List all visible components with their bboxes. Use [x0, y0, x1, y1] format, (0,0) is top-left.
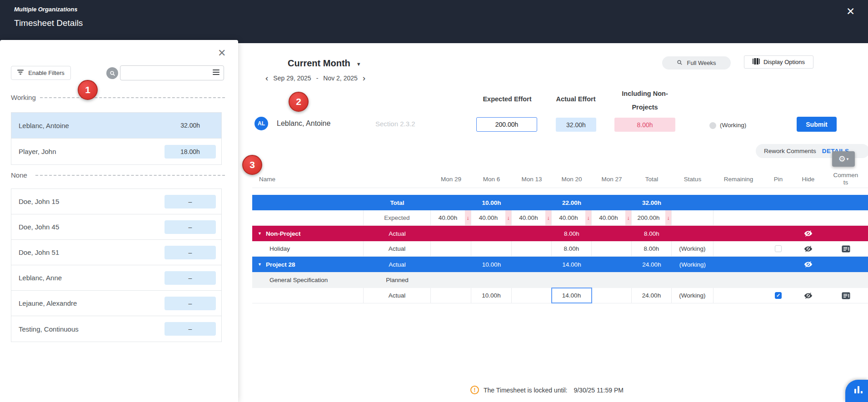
- non-project-category-row: ▼ Non-Project Actual 8.00h 8.00h: [252, 226, 868, 241]
- window-close-icon[interactable]: ✕: [846, 5, 855, 18]
- lock-message: The Timesheet is locked until:: [484, 387, 567, 394]
- bar-chart-icon: [854, 386, 863, 393]
- arrow-down-icon: ↓: [465, 210, 471, 225]
- person-row-lejaune-alexandre[interactable]: Lejaune, Alexandre –: [11, 291, 221, 316]
- actual-total: 24.00h: [632, 288, 672, 303]
- comment-icon[interactable]: [823, 288, 868, 303]
- expected-mon20: 40.00h: [552, 214, 585, 221]
- including-non-projects-header: Including Non-Projects: [611, 87, 679, 114]
- group-label-working: Working: [11, 94, 36, 101]
- panel-close-icon[interactable]: ✕: [218, 47, 226, 59]
- search-input[interactable]: [120, 65, 224, 80]
- person-hours-chip: –: [165, 297, 216, 310]
- general-specification-row: General Specification Planned: [252, 272, 868, 288]
- pin-checkbox[interactable]: [775, 245, 782, 252]
- person-row-doe-john-51[interactable]: Doe, John 51 –: [11, 240, 221, 265]
- row-type: Actual: [364, 288, 431, 303]
- filter-icon: [17, 69, 24, 76]
- person-name: Doe, John 15: [19, 198, 59, 205]
- row-type: Expected: [364, 210, 431, 225]
- rework-comments-label: Rework Comments: [764, 148, 816, 154]
- holiday-mon13[interactable]: [512, 241, 552, 256]
- search-icon[interactable]: [106, 67, 118, 79]
- comment-icon[interactable]: [823, 241, 868, 256]
- reports-fab[interactable]: [845, 380, 868, 402]
- pin-checkbox[interactable]: ✓: [775, 292, 782, 299]
- enable-filters-label: Enable Filters: [28, 69, 64, 76]
- person-row-leblanc-anne[interactable]: Leblanc, Anne –: [11, 265, 221, 291]
- person-row-leblanc-antoine[interactable]: Leblanc, Antoine 32.00h: [11, 113, 221, 139]
- chevron-down-icon: ▼: [356, 61, 361, 67]
- holiday-total: 8.00h: [632, 241, 672, 256]
- table-settings-button[interactable]: ⚙ ▾: [832, 151, 855, 167]
- person-name: Testing, Continuous: [19, 325, 79, 333]
- person-hours-chip: –: [165, 271, 216, 285]
- person-name: Leblanc, Antoine: [19, 122, 69, 129]
- total-total: 32.00h: [632, 195, 672, 210]
- next-period-icon[interactable]: ›: [363, 74, 365, 82]
- arrow-down-icon: ↓: [545, 210, 551, 225]
- project28-mon20: 14.00h: [552, 257, 592, 272]
- person-name: Leblanc, Anne: [19, 274, 62, 282]
- search-menu-icon[interactable]: [213, 69, 219, 76]
- category-name: Project 28: [266, 261, 295, 268]
- warning-icon: !: [470, 386, 479, 394]
- holiday-mon27[interactable]: [592, 241, 632, 256]
- person-hours: 32.00h: [180, 122, 200, 129]
- expected-effort-input[interactable]: 200.00h: [476, 117, 537, 132]
- display-options-label: Display Options: [763, 59, 805, 65]
- hide-row-icon[interactable]: [793, 241, 823, 256]
- period-label: Current Month: [288, 58, 350, 69]
- col-header-name: Name: [252, 170, 364, 188]
- person-name: Doe, John 51: [19, 248, 59, 256]
- person-row-testing-continuous[interactable]: Testing, Continuous –: [11, 316, 221, 342]
- col-header-mon13: Mon 13: [512, 170, 552, 188]
- group-label-none: None: [11, 171, 27, 179]
- expected-mon6: 40.00h: [471, 214, 505, 221]
- full-weeks-pill[interactable]: Full Weeks: [662, 56, 731, 69]
- person-hours-chip: –: [165, 220, 216, 234]
- people-search-field: [120, 65, 224, 80]
- person-section: Section 2.3.2: [375, 120, 415, 128]
- annotation-badge-2: 2: [289, 92, 309, 112]
- person-hours-chip: –: [165, 322, 216, 336]
- expected-total: 200.00h: [632, 214, 665, 221]
- person-row-doe-john-45[interactable]: Doe, John 45 –: [11, 214, 221, 240]
- actual-mon29[interactable]: [431, 288, 471, 303]
- holiday-mon6[interactable]: [471, 241, 512, 256]
- lock-time: 9/30/25 11:59 PM: [574, 387, 623, 394]
- general-specification-actual-row: Actual 10.00h 14.00h 24.00h (Working) ✓: [252, 288, 868, 303]
- hide-row-icon[interactable]: [793, 288, 823, 303]
- row-type: Total: [364, 195, 431, 210]
- app-header: Multiple Organizations Timesheet Details…: [0, 0, 868, 43]
- person-name: Lejaune, Alexandre: [19, 299, 77, 307]
- actual-mon6[interactable]: 10.00h: [471, 288, 512, 303]
- none-divider: [35, 175, 225, 176]
- actual-mon13[interactable]: [512, 288, 552, 303]
- hide-row-icon[interactable]: [793, 226, 823, 241]
- prev-period-icon[interactable]: ‹: [265, 74, 268, 82]
- person-row-doe-john-15[interactable]: Doe, John 15 –: [11, 189, 221, 214]
- arrow-down-icon: ↓: [665, 210, 671, 225]
- holiday-mon29[interactable]: [431, 241, 471, 256]
- actual-mon27[interactable]: [592, 288, 632, 303]
- task-name: Holiday: [252, 241, 364, 256]
- person-row-player-john[interactable]: Player, John 18.00h: [11, 139, 221, 164]
- timesheet-table: Name Mon 29 Mon 6 Mon 13 Mon 20 Mon 27 T…: [252, 170, 868, 303]
- period-selector[interactable]: Current Month ▼: [288, 58, 361, 69]
- submit-button[interactable]: Submit: [797, 117, 837, 132]
- collapse-caret-icon[interactable]: ▼: [258, 262, 262, 267]
- actual-mon20-focused-cell[interactable]: 14.00h: [552, 288, 592, 303]
- col-header-mon27: Mon 27: [592, 170, 632, 188]
- search-icon: [677, 60, 683, 67]
- col-header-status: Status: [672, 170, 713, 188]
- col-header-remaining: Remaining: [713, 170, 763, 188]
- display-options-button[interactable]: Display Options: [744, 55, 813, 69]
- person-hours-chip: 18.00h: [165, 145, 216, 159]
- nonproject-mon20: 8.00h: [552, 226, 592, 241]
- collapse-caret-icon[interactable]: ▼: [258, 231, 262, 236]
- holiday-mon20[interactable]: 8.00h: [552, 241, 592, 256]
- table-header-row: Name Mon 29 Mon 6 Mon 13 Mon 20 Mon 27 T…: [252, 170, 868, 188]
- enable-filters-button[interactable]: Enable Filters: [11, 66, 71, 80]
- hide-row-icon[interactable]: [793, 257, 823, 272]
